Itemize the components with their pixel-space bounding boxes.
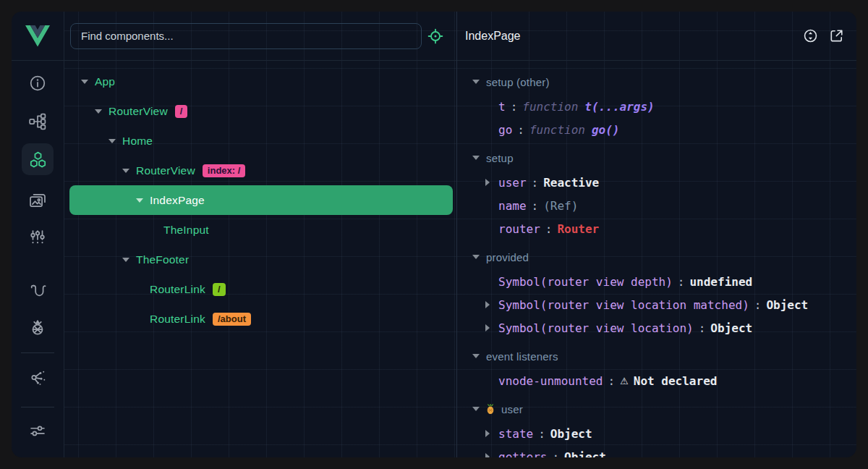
- key-value-separator: :: [694, 321, 711, 335]
- info-icon[interactable]: [22, 67, 54, 99]
- caret-down-icon[interactable]: [136, 198, 150, 203]
- caret-right-icon[interactable]: [485, 453, 498, 457]
- state-row[interactable]: Symbol(router view location):Object: [457, 316, 856, 339]
- graph-icon[interactable]: [22, 362, 54, 394]
- components-icon[interactable]: [22, 143, 54, 175]
- key-value-separator: :: [540, 222, 558, 236]
- state-row[interactable]: Symbol(router view location matched):Obj…: [457, 293, 856, 316]
- tree-item-selected[interactable]: IndexPage: [69, 185, 453, 215]
- sidebar-divider: [21, 407, 54, 407]
- route-badge: /: [175, 105, 188, 118]
- state-section: userstate:Objectgetters:Object: [457, 396, 856, 457]
- section-header[interactable]: event listeners: [457, 343, 856, 369]
- state-section: event listenersvnode-unmounted:⚠Not decl…: [457, 343, 856, 392]
- search-input[interactable]: [70, 23, 422, 49]
- section-header[interactable]: provided: [457, 244, 856, 270]
- state-row[interactable]: state:Object: [457, 422, 856, 445]
- section-label: setup (other): [486, 76, 550, 88]
- state-key: state: [498, 427, 533, 441]
- state-key: t: [498, 100, 506, 114]
- section-header[interactable]: setup: [457, 145, 856, 171]
- state-key: Symbol(router view location): [498, 321, 694, 335]
- state-value: Object: [710, 321, 752, 335]
- state-value: Object: [766, 298, 808, 312]
- caret-down-icon[interactable]: [122, 258, 136, 262]
- crosshair-icon[interactable]: [422, 22, 449, 50]
- state-key: user: [498, 176, 527, 190]
- timeline-levels-icon[interactable]: [22, 221, 54, 253]
- state-key: name: [498, 199, 527, 213]
- caret-down-icon[interactable]: [81, 80, 95, 84]
- route-badge: /: [213, 283, 226, 296]
- caret-down-icon: [472, 156, 480, 160]
- scroll-into-view-icon[interactable]: [802, 28, 819, 44]
- tree-item[interactable]: RouterLink/: [69, 274, 453, 304]
- section-label: provided: [486, 251, 529, 263]
- sidebar: [12, 12, 64, 457]
- pages-tree-icon[interactable]: [22, 106, 54, 138]
- state-key: router: [498, 222, 540, 236]
- component-name: TheFooter: [136, 253, 189, 266]
- key-value-separator: :: [533, 427, 550, 441]
- component-tree: AppRouterView/HomeRouterViewindex: /Inde…: [64, 61, 456, 334]
- tree-item[interactable]: TheInput: [69, 215, 453, 245]
- route-badge: /about: [213, 313, 251, 326]
- state-key: vnode-unmounted: [498, 374, 603, 388]
- key-value-separator: :: [506, 100, 523, 114]
- vue-logo[interactable]: [12, 12, 64, 61]
- state-key: go: [498, 123, 512, 137]
- inspector-header: IndexPage: [457, 12, 856, 61]
- tree-toolbar: [64, 12, 456, 61]
- function-keyword: function: [529, 123, 585, 137]
- key-value-separator: :: [527, 176, 544, 190]
- section-label: user: [501, 403, 523, 415]
- caret-down-icon[interactable]: [95, 109, 109, 114]
- pinia-icon: [485, 403, 496, 415]
- tree-item[interactable]: Home: [69, 126, 453, 156]
- inspector-panel: IndexPage setup (other)t:functiont(...ar…: [457, 12, 856, 457]
- section-header[interactable]: user: [457, 396, 856, 422]
- state-value: Router: [557, 222, 599, 236]
- tree-item[interactable]: App: [69, 67, 453, 96]
- key-value-separator: :: [603, 374, 621, 388]
- state-key: Symbol(router view depth): [498, 275, 673, 289]
- key-value-separator: :: [512, 123, 529, 137]
- tree-item[interactable]: RouterLink/about: [69, 304, 453, 334]
- caret-right-icon[interactable]: [485, 301, 498, 308]
- state-value: Reactive: [543, 176, 599, 190]
- state-key: getters: [498, 450, 547, 458]
- tree-item[interactable]: RouterViewindex: /: [69, 156, 453, 185]
- state-value: undefined: [689, 275, 752, 289]
- state-value: go(): [592, 123, 620, 137]
- state-row: vnode-unmounted:⚠Not declared: [457, 369, 856, 392]
- sidebar-divider: [21, 352, 54, 353]
- state-row[interactable]: getters:Object: [457, 445, 856, 457]
- caret-right-icon[interactable]: [485, 430, 498, 437]
- caret-down-icon[interactable]: [122, 169, 136, 173]
- state-section: providedSymbol(router view depth):undefi…: [457, 244, 856, 339]
- caret-down-icon[interactable]: [109, 139, 122, 143]
- caret-down-icon: [472, 407, 480, 411]
- tree-item[interactable]: RouterView/: [69, 96, 453, 126]
- section-header[interactable]: setup (other): [457, 69, 856, 95]
- state-row: name:(Ref): [457, 194, 856, 217]
- state-value: Object: [564, 450, 606, 458]
- inspector-state: setup (other)t:functiont(...args)go:func…: [457, 61, 856, 457]
- router-hook-icon[interactable]: [22, 275, 54, 307]
- pinia-pineapple-icon[interactable]: [22, 312, 54, 344]
- key-value-separator: :: [673, 275, 690, 289]
- tree-item[interactable]: TheFooter: [69, 245, 453, 274]
- state-row[interactable]: user:Reactive: [457, 171, 856, 194]
- assets-icon[interactable]: [22, 185, 54, 216]
- caret-right-icon[interactable]: [485, 324, 498, 331]
- component-name: TheInput: [163, 224, 209, 237]
- open-in-editor-icon[interactable]: [828, 28, 845, 44]
- settings-sliders-icon[interactable]: [22, 415, 54, 447]
- caret-down-icon: [472, 255, 480, 259]
- state-section: setupuser:Reactivename:(Ref)router:Route…: [457, 145, 856, 240]
- state-value: t(...args): [584, 100, 654, 114]
- state-value: (Ref): [543, 199, 578, 213]
- key-value-separator: :: [527, 199, 544, 213]
- component-tree-panel: AppRouterView/HomeRouterViewindex: /Inde…: [64, 12, 457, 457]
- caret-right-icon[interactable]: [485, 179, 498, 186]
